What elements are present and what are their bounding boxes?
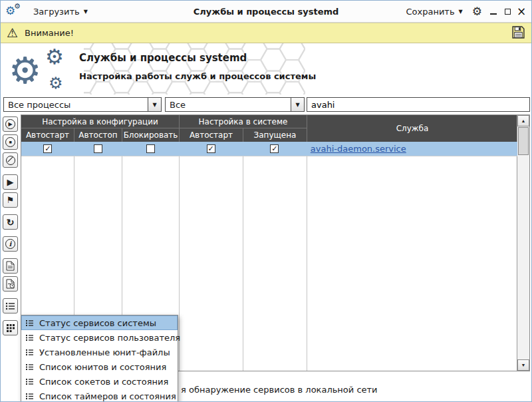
load-button[interactable]: Загрузить ▼ xyxy=(29,5,92,19)
context-menu: Статус сервисов системыСтатус сервисов п… xyxy=(21,315,178,402)
checkbox-cell xyxy=(122,142,180,156)
menu-item-label: Список юнитов и состояния xyxy=(39,362,166,372)
page-title: Службы и процессы systemd xyxy=(79,52,247,64)
app-window: ⚙ ⚙ Загрузить ▼ Службы и процессы system… xyxy=(0,0,532,402)
refresh-icon: ↻ xyxy=(7,218,15,227)
block-icon xyxy=(6,156,15,165)
service-cell: avahi-daemon.service xyxy=(307,142,517,156)
hexagon-background xyxy=(84,43,305,95)
checkbox-cell: ✓ xyxy=(243,142,307,156)
grid-button[interactable] xyxy=(3,320,18,335)
menu-item-label: Список таймеров и состояния xyxy=(39,391,176,401)
column-header[interactable]: Автостарт xyxy=(21,128,74,142)
checkbox-cell: ✓ xyxy=(21,142,74,156)
list-table-icon xyxy=(25,319,34,327)
minimize-icon xyxy=(490,13,497,15)
titlebar: ⚙ ⚙ Загрузить ▼ Службы и процессы system… xyxy=(1,1,531,23)
dropdown-arrow-icon: ▼ xyxy=(291,98,304,111)
maximize-icon xyxy=(505,9,511,15)
document-button[interactable] xyxy=(3,258,18,274)
save-button[interactable]: Сохранить ▼ xyxy=(402,5,466,19)
process-filter-value: Все процессы xyxy=(4,98,148,111)
warning-bar: ⚠ Внимание! xyxy=(1,23,531,43)
window-title: Службы и процессы systemd xyxy=(194,7,339,17)
scroll-down-button[interactable]: ▼ xyxy=(517,359,529,371)
checkbox-cell xyxy=(74,142,122,156)
app-logo-icon: ⚙ ⚙ xyxy=(5,3,23,19)
refresh-button[interactable]: ↻ xyxy=(3,214,18,230)
gear-icon: ⚙ xyxy=(472,5,482,18)
group-header-config: Настройка в конфигурации xyxy=(21,115,180,128)
scope-filter-dropdown[interactable]: Все ▼ xyxy=(165,97,305,112)
column-header[interactable]: Автостоп xyxy=(74,128,122,142)
gears-logo-icon: ⚙ ⚙ ⚙ xyxy=(7,45,79,94)
search-input[interactable] xyxy=(307,97,530,112)
menu-item[interactable]: Установленные юнит-файлы xyxy=(21,345,178,359)
list-table-icon xyxy=(25,393,34,400)
menu-item[interactable]: Список таймеров и состояния xyxy=(21,389,178,402)
list-table-icon xyxy=(25,378,34,385)
grid-icon xyxy=(6,323,15,332)
column-divider xyxy=(307,142,307,371)
column-divider xyxy=(243,142,243,371)
close-icon: × xyxy=(517,6,526,17)
chevron-down-icon: ▼ xyxy=(459,9,463,15)
unchecked-checkbox[interactable] xyxy=(146,144,155,153)
menu-item-label: Установленные юнит-файлы xyxy=(39,347,170,357)
scroll-up-button[interactable]: ▲ xyxy=(517,115,529,126)
status-text: я обнаружение сервисов в локальной сети xyxy=(181,385,378,395)
info-icon: i xyxy=(5,239,15,249)
scroll-down-icon: ▼ xyxy=(521,363,526,367)
settings-gear-button[interactable]: ⚙ xyxy=(469,6,485,17)
table-rows: ✓✓✓avahi-daemon.service xyxy=(21,142,517,156)
menu-item[interactable]: Статус сервисов системы xyxy=(21,315,178,330)
stop-circle-icon: ■ xyxy=(5,137,15,147)
column-header[interactable]: Автостарт xyxy=(180,128,243,142)
menu-item[interactable]: Список юнитов и состояния xyxy=(21,359,178,374)
journal-button[interactable] xyxy=(3,276,18,292)
warning-triangle-icon: ⚠ xyxy=(7,27,18,39)
page-subtitle: Настройка работы служб и процессов систе… xyxy=(79,71,316,81)
close-button[interactable]: × xyxy=(515,5,527,17)
scrollbar-thumb[interactable] xyxy=(518,127,529,155)
block-button[interactable] xyxy=(3,152,18,168)
chevron-down-icon: ▼ xyxy=(84,9,88,15)
unchecked-checkbox[interactable] xyxy=(94,144,102,153)
dropdown-arrow-icon: ▼ xyxy=(148,98,161,111)
scope-filter-value: Все xyxy=(166,98,291,111)
list-table-icon xyxy=(25,363,34,371)
start-icon: ▶ xyxy=(7,178,14,186)
group-header-system: Настройка в системе xyxy=(180,115,307,128)
load-button-label: Загрузить xyxy=(33,7,80,17)
service-link[interactable]: avahi-daemon.service xyxy=(311,144,406,154)
finish-flag-button[interactable]: ⚑ xyxy=(3,192,18,208)
document-icon xyxy=(6,261,15,271)
table-row[interactable]: ✓✓✓avahi-daemon.service xyxy=(21,142,517,156)
vertical-scrollbar[interactable]: ▲ ▼ xyxy=(517,115,529,371)
menu-item[interactable]: Список сокетов и состояния xyxy=(21,374,178,389)
scroll-up-icon: ▲ xyxy=(521,118,526,123)
maximize-button[interactable] xyxy=(501,5,513,17)
list-button[interactable] xyxy=(3,298,18,313)
info-button[interactable]: i xyxy=(3,236,18,252)
checked-checkbox[interactable]: ✓ xyxy=(43,144,52,153)
stop-circle-button[interactable]: ■ xyxy=(3,134,18,150)
menu-item[interactable]: Статус сервисов пользователя xyxy=(21,330,178,345)
checked-checkbox[interactable]: ✓ xyxy=(207,144,215,153)
menu-item-label: Статус сервисов системы xyxy=(39,318,156,328)
run-circle-button[interactable]: ▶ xyxy=(3,116,18,132)
minimize-button[interactable] xyxy=(487,5,499,17)
column-header-row: АвтостартАвтостопБлокироватьАвтостартЗап… xyxy=(21,128,307,142)
checked-checkbox[interactable]: ✓ xyxy=(270,144,279,153)
column-header[interactable]: Запущена xyxy=(243,128,307,142)
list-table-icon xyxy=(25,334,34,341)
process-filter-dropdown[interactable]: Все процессы ▼ xyxy=(3,97,162,112)
column-header-service[interactable]: Служба xyxy=(307,115,517,142)
warning-label: Внимание! xyxy=(25,28,74,38)
checkbox-cell: ✓ xyxy=(179,142,243,156)
save-changes-button[interactable] xyxy=(511,25,525,41)
floppy-disk-icon xyxy=(511,25,525,41)
save-button-label: Сохранить xyxy=(406,7,454,17)
column-header[interactable]: Блокировать xyxy=(122,128,180,142)
start-button[interactable]: ▶ xyxy=(3,174,18,190)
